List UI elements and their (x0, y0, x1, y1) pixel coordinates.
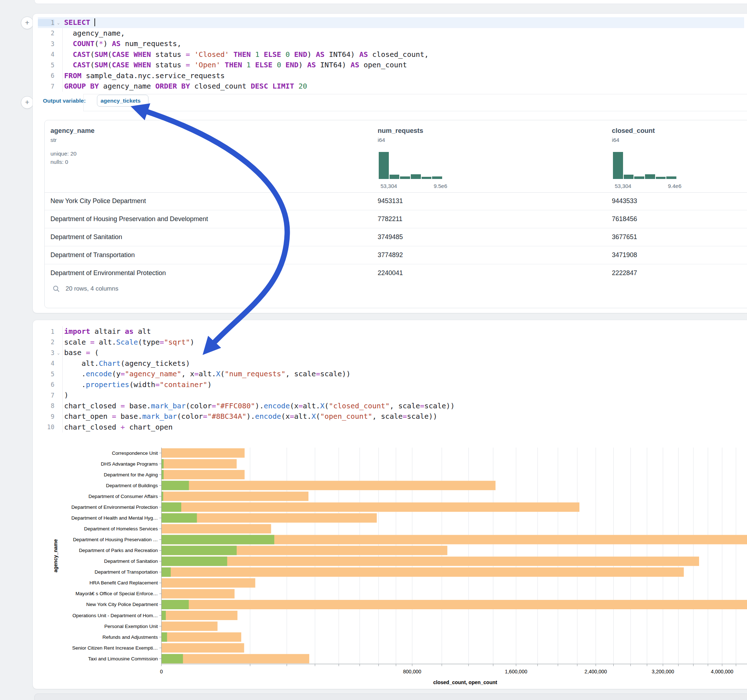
column-name[interactable]: agency_name (50, 127, 94, 135)
y-tick-label: Department of Health and Mental Hyg… (71, 515, 158, 520)
code-line[interactable]: 6FROM sample_data.nyc.service_requests (38, 71, 744, 81)
output-variable-pill[interactable]: agency_tickets (97, 95, 148, 107)
code-line[interactable]: 9chart_open = base.mark_bar(color="#8BC3… (38, 411, 744, 422)
table-row[interactable]: Department of Environmental Protection22… (45, 264, 747, 282)
line-number: 3 (38, 349, 54, 356)
bar-open (162, 632, 167, 642)
column-name[interactable]: num_requests (378, 127, 423, 135)
x-tick-label: 4,000,000 (711, 669, 733, 674)
y-tick-label: Correspondence Unit (112, 451, 158, 456)
cell-value: 7618456 (612, 210, 637, 228)
code-line[interactable]: 2 agency_name, (38, 28, 744, 39)
search-icon[interactable] (53, 285, 60, 293)
column-stat: nulls: 0 (50, 159, 68, 165)
code-line[interactable]: 1⌄SELECT (38, 17, 744, 28)
code-line[interactable]: 2scale = alt.Scale(type="sqrt") (38, 337, 744, 348)
add-cell-button[interactable]: + (21, 96, 33, 109)
fold-chevron-icon[interactable]: ⌄ (54, 350, 62, 355)
table-row[interactable]: Department of Housing Preservation and D… (45, 210, 747, 228)
code-text: .properties(width="container") (62, 380, 212, 390)
line-number: 7 (38, 83, 54, 90)
code-line[interactable]: 10chart_closed + chart_open (38, 422, 744, 433)
cell-value: 9453131 (378, 192, 403, 210)
bar-open (162, 481, 189, 490)
bar-open (162, 513, 197, 522)
cell-value: 9443533 (612, 192, 637, 210)
code-line[interactable]: 4 CAST(SUM(CASE WHEN status = 'Closed' T… (38, 49, 744, 60)
bar-open (162, 459, 163, 468)
column-name[interactable]: closed_count (612, 127, 655, 135)
code-text: CAST(SUM(CASE WHEN status = 'Open' THEN … (62, 60, 407, 71)
bar-closed (162, 611, 237, 620)
line-number: 5 (38, 371, 54, 378)
line-number: 7 (38, 392, 54, 399)
bar-open (162, 600, 189, 609)
y-tick-label: Department of Consumer Affairs (88, 494, 158, 499)
cell-value: 7782211 (378, 210, 402, 228)
code-line[interactable]: 6 .properties(width="container") (38, 380, 744, 390)
cell-value: 3749485 (378, 228, 403, 246)
code-text: ) (62, 390, 68, 401)
y-tick-label: DHS Advantage Programs (101, 461, 158, 467)
code-text: import altair as alt (62, 326, 151, 337)
bar-closed (162, 578, 255, 588)
table-header: agency_namestrunique: 20nulls: 0num_requ… (45, 120, 747, 193)
cell-value: 2240041 (378, 264, 403, 282)
code-line[interactable]: 5 .encode(y="agency_name", x=alt.X("num_… (38, 369, 744, 380)
code-line[interactable]: 8chart_closed = base.mark_bar(color="#FF… (38, 401, 744, 412)
bar-open (162, 611, 166, 620)
cell-agency-name: New York City Police Department (50, 192, 146, 210)
sql-editor[interactable]: 1⌄SELECT 2 agency_name,3 COUNT(*) AS num… (38, 17, 744, 92)
table-row[interactable]: Department of Sanitation37494853677651 (45, 228, 747, 246)
cell-agency-name: Department of Transportation (50, 246, 135, 264)
bar-closed (162, 524, 271, 533)
output-chart: Correspondence UnitDHS Advantage Program… (44, 442, 747, 691)
add-cell-button[interactable]: + (21, 17, 33, 29)
bar-closed (162, 643, 244, 652)
code-line[interactable]: 1import altair as alt (38, 326, 744, 337)
line-number: 8 (38, 402, 54, 409)
bar-open (162, 557, 227, 566)
cell-value: 3471908 (612, 246, 637, 264)
code-line[interactable]: 5 CAST(SUM(CASE WHEN status = 'Open' THE… (38, 60, 744, 71)
y-tick-label: Refunds and Adjustments (102, 634, 158, 640)
y-tick-label: Taxi and Limousine Commission (88, 656, 158, 661)
code-line[interactable]: 3⌄base = ( (38, 347, 744, 358)
results-table: agency_namestrunique: 20nulls: 0num_requ… (44, 120, 747, 308)
code-text: chart_closed = base.mark_bar(color="#FFC… (62, 401, 455, 412)
bar-closed (162, 448, 245, 458)
bar-closed (162, 470, 245, 479)
table-row[interactable]: Department of Transportation377489234719… (45, 246, 747, 264)
line-number: 6 (38, 381, 54, 388)
fold-chevron-icon[interactable]: ⌄ (54, 20, 62, 25)
cell-value: 3774892 (378, 246, 403, 264)
y-tick-label: Personal Exemption Unit (104, 624, 158, 629)
line-number: 10 (38, 424, 54, 431)
code-text: alt.Chart(agency_tickets) (62, 358, 190, 369)
line-number: 1 (38, 328, 54, 335)
code-text: agency_name, (62, 28, 125, 39)
line-number: 3 (38, 40, 54, 48)
bar-open (162, 535, 274, 545)
code-line[interactable]: 7) (38, 390, 744, 401)
x-tick-label: 2,400,000 (584, 669, 607, 674)
bar-closed (162, 632, 241, 642)
bar-closed (162, 567, 684, 577)
code-line[interactable]: 4 alt.Chart(agency_tickets) (38, 358, 744, 369)
line-number: 2 (38, 30, 54, 37)
y-tick-label: Department of Buildings (106, 483, 158, 488)
code-line[interactable]: 3 COUNT(*) AS num_requests, (38, 39, 744, 49)
table-row[interactable]: New York City Police Department945313194… (45, 192, 747, 210)
y-tick-label: HRA Benefit Card Replacement (89, 580, 158, 585)
line-number: 5 (38, 62, 54, 69)
x-tick-label: 0 (160, 669, 163, 674)
histogram-range-labels: 53,3049.4e6 (615, 183, 681, 189)
bar-closed (162, 492, 308, 501)
code-text: CAST(SUM(CASE WHEN status = 'Closed' THE… (62, 49, 429, 60)
code-line[interactable]: 7GROUP BY agency_name ORDER BY closed_co… (38, 81, 744, 92)
bar-open (162, 546, 237, 555)
bar-open (162, 502, 181, 512)
bar-closed (162, 589, 234, 599)
table-row-count: 20 rows, 4 columns (66, 285, 118, 293)
python-editor[interactable]: 1import altair as alt2scale = alt.Scale(… (38, 326, 744, 433)
